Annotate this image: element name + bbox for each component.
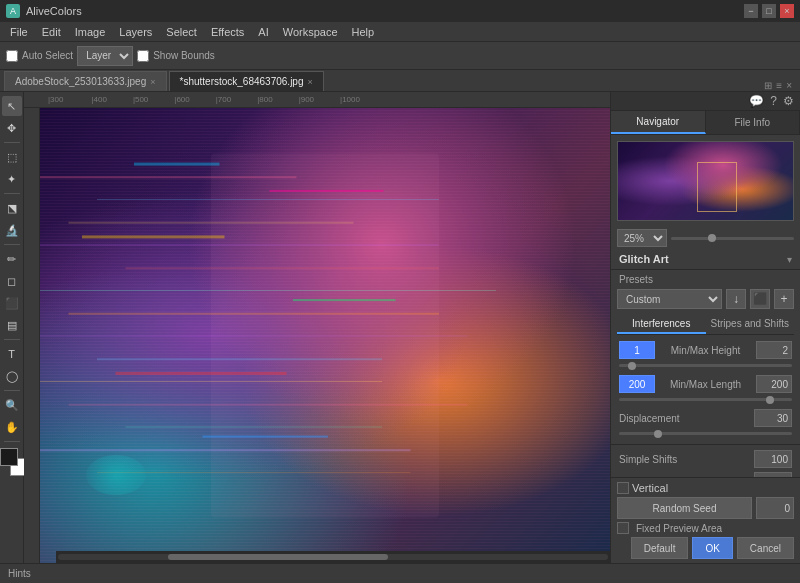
- displacement-slider[interactable]: [619, 432, 792, 435]
- magic-wand-tool[interactable]: ✦: [2, 169, 22, 189]
- show-bounds-checkbox[interactable]: [137, 50, 149, 62]
- shape-tool[interactable]: ◯: [2, 366, 22, 386]
- ruler-vertical: [24, 108, 40, 563]
- displacement-slider-thumb[interactable]: [654, 430, 662, 438]
- text-tool[interactable]: T: [2, 344, 22, 364]
- menu-workspace[interactable]: Workspace: [277, 24, 344, 40]
- max-height-input[interactable]: [756, 341, 792, 359]
- zoom-slider-thumb[interactable]: [708, 234, 716, 242]
- tool-separator-3: [4, 244, 20, 245]
- filter-collapse-icon[interactable]: ▾: [787, 254, 792, 265]
- fg-color-swatch[interactable]: [0, 448, 18, 466]
- menu-ai[interactable]: AI: [252, 24, 274, 40]
- length-slider-row: [611, 395, 800, 407]
- maximize-button[interactable]: □: [762, 4, 776, 18]
- svg-rect-17: [82, 235, 225, 238]
- filter-header: Glitch Art ▾: [611, 249, 800, 270]
- min-max-height-row: Min/Max Height: [611, 339, 800, 361]
- menu-layers[interactable]: Layers: [113, 24, 158, 40]
- svg-rect-7: [69, 313, 440, 315]
- select-tool[interactable]: ↖: [2, 96, 22, 116]
- fixed-preview-checkbox[interactable]: [617, 522, 629, 534]
- seed-input[interactable]: [756, 497, 794, 519]
- tab-2-close[interactable]: ×: [307, 77, 312, 87]
- length-slider-thumb[interactable]: [766, 396, 774, 404]
- tab-2-label: *shutterstock_68463706.jpg: [180, 76, 304, 87]
- svg-rect-12: [126, 427, 383, 428]
- sub-tab-interferences[interactable]: Interferences: [617, 315, 706, 334]
- height-slider-thumb[interactable]: [628, 362, 636, 370]
- default-button[interactable]: Default: [631, 537, 689, 559]
- presets-download-btn[interactable]: ↓: [726, 289, 746, 309]
- tab-menu-icon[interactable]: ×: [786, 80, 792, 91]
- vertical-checkbox[interactable]: [617, 482, 629, 494]
- tab-navigator[interactable]: Navigator: [611, 111, 706, 134]
- scrollbar-thumb[interactable]: [168, 554, 388, 560]
- presets-save-btn[interactable]: ⬛: [750, 289, 770, 309]
- ok-button[interactable]: OK: [692, 537, 732, 559]
- tab-1[interactable]: AdobeStock_253013633.jpeg ×: [4, 71, 167, 91]
- height-slider-row: [611, 361, 800, 373]
- svg-rect-20: [203, 436, 328, 438]
- glitch-lines-svg: [40, 108, 610, 563]
- bottom-controls: Vertical Random Seed Fixed Preview Area …: [611, 477, 800, 563]
- svg-rect-13: [40, 449, 411, 451]
- settings-icon[interactable]: ⚙: [783, 94, 794, 108]
- menu-select[interactable]: Select: [160, 24, 203, 40]
- vertical-seed-row: Vertical: [617, 482, 794, 494]
- tab-1-close[interactable]: ×: [150, 77, 155, 87]
- tab-2[interactable]: *shutterstock_68463706.jpg ×: [169, 71, 324, 91]
- tool-separator-5: [4, 390, 20, 391]
- presets-add-btn[interactable]: +: [774, 289, 794, 309]
- auto-select-checkbox[interactable]: [6, 50, 18, 62]
- presets-select[interactable]: Custom: [617, 289, 722, 309]
- fill-tool[interactable]: ⬛: [2, 293, 22, 313]
- height-slider[interactable]: [619, 364, 792, 367]
- length-slider[interactable]: [619, 398, 792, 401]
- navigator-viewport-indicator: [697, 162, 737, 212]
- menu-file[interactable]: File: [4, 24, 34, 40]
- minimize-button[interactable]: −: [744, 4, 758, 18]
- gradient-tool[interactable]: ▤: [2, 315, 22, 335]
- grid-icon[interactable]: ⊞: [764, 80, 772, 91]
- simple-shifts-input[interactable]: [754, 450, 792, 468]
- lasso-tool[interactable]: ⬚: [2, 147, 22, 167]
- displacement-input[interactable]: [754, 409, 792, 427]
- zoom-slider[interactable]: [671, 237, 794, 240]
- fixed-preview-row: Fixed Preview Area: [617, 522, 794, 534]
- min-height-input[interactable]: [619, 341, 655, 359]
- canvas-area: |300|400|500|600|700|800|900|1000: [24, 92, 610, 563]
- menu-edit[interactable]: Edit: [36, 24, 67, 40]
- close-button[interactable]: ×: [780, 4, 794, 18]
- svg-rect-6: [40, 290, 496, 291]
- help-icon[interactable]: ?: [770, 94, 777, 108]
- menu-image[interactable]: Image: [69, 24, 112, 40]
- tab-file-info[interactable]: File Info: [706, 111, 801, 134]
- sub-tab-stripes[interactable]: Stripes and Shifts: [706, 315, 795, 334]
- stack-icon[interactable]: ≡: [776, 80, 782, 91]
- scrollbar-track: [58, 554, 608, 560]
- scrollbar-horizontal[interactable]: [56, 551, 610, 563]
- zoom-select[interactable]: 25%: [617, 229, 667, 247]
- zoom-tool[interactable]: 🔍: [2, 395, 22, 415]
- min-length-input[interactable]: [619, 375, 655, 393]
- crop-tool[interactable]: ⬔: [2, 198, 22, 218]
- hand-tool[interactable]: ✋: [2, 417, 22, 437]
- filter-title: Glitch Art: [619, 253, 669, 265]
- chat-icon[interactable]: 💬: [749, 94, 764, 108]
- menu-help[interactable]: Help: [346, 24, 381, 40]
- menu-effects[interactable]: Effects: [205, 24, 250, 40]
- layer-select[interactable]: Layer: [77, 46, 133, 66]
- simple-shifts-label: Simple Shifts: [619, 454, 750, 465]
- parameters-panel: Min/Max Height Min/Max Length: [611, 335, 800, 477]
- action-buttons: Default OK Cancel: [617, 537, 794, 559]
- move-tool[interactable]: ✥: [2, 118, 22, 138]
- presets-row: Custom ↓ ⬛ +: [611, 287, 800, 311]
- brush-tool[interactable]: ✏: [2, 249, 22, 269]
- eraser-tool[interactable]: ◻: [2, 271, 22, 291]
- max-length-input[interactable]: [756, 375, 792, 393]
- displacement-row: Displacement: [611, 407, 800, 429]
- cancel-button[interactable]: Cancel: [737, 537, 794, 559]
- random-seed-button[interactable]: Random Seed: [617, 497, 752, 519]
- eyedropper-tool[interactable]: 🔬: [2, 220, 22, 240]
